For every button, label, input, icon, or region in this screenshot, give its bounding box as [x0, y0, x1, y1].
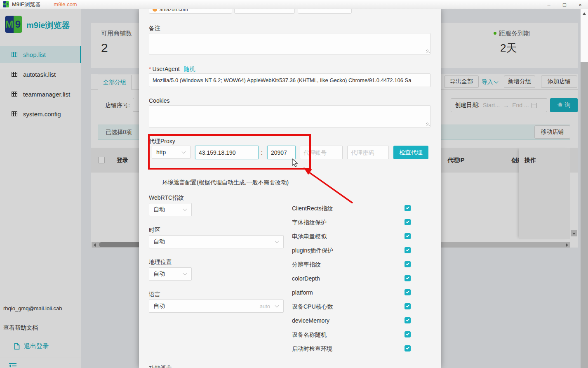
chevron-down-icon	[182, 150, 186, 154]
checkbox-checked[interactable]	[405, 205, 411, 211]
calendar-icon	[532, 103, 537, 108]
option-label: 启动时检查环境	[292, 345, 332, 352]
scroll-up-arrow-icon[interactable]	[583, 12, 586, 15]
checkbox-checked[interactable]	[405, 261, 411, 267]
date-label: 创建日期:	[455, 101, 480, 109]
tab-partial[interactable]	[131, 75, 139, 90]
proxy-account-input[interactable]	[300, 146, 343, 159]
titlebar-site-url[interactable]: m9ie.com	[54, 1, 77, 7]
checkmark-icon	[406, 346, 409, 349]
date-range-picker[interactable]: 创建日期: Start... → End ...	[451, 98, 547, 112]
checkbox-checked[interactable]	[405, 331, 411, 337]
column-header-actions: 操作	[524, 157, 536, 164]
proxy-password-input[interactable]	[347, 146, 389, 159]
export-all-button[interactable]: 导出全部	[444, 75, 479, 88]
checkmark-icon	[406, 262, 409, 265]
checkmark-icon	[406, 234, 409, 237]
geolocation-select[interactable]: 自动	[149, 267, 192, 281]
sidebar-item-shop-list[interactable]: shop.list	[0, 46, 81, 63]
sidebar-item-label: autotask.list	[23, 71, 56, 78]
checkbox-checked[interactable]	[405, 317, 411, 323]
top-input-3[interactable]	[298, 9, 352, 14]
option-row-plugins: plugins插件保护	[292, 247, 416, 255]
checkbox-checked[interactable]	[405, 345, 411, 351]
webrtc-select[interactable]: 自动	[149, 203, 192, 216]
vertical-scrollbar-down-button[interactable]	[571, 230, 577, 236]
check-proxy-button[interactable]: 检查代理	[393, 146, 428, 159]
checkbox-checked[interactable]	[405, 289, 411, 295]
checkbox-checked[interactable]	[405, 233, 411, 239]
divider-line	[149, 183, 158, 183]
proxy-port-input[interactable]	[267, 146, 296, 159]
new-group-button[interactable]: 新增分组	[504, 75, 535, 88]
scroll-down-arrow-icon	[572, 233, 576, 235]
minimize-button[interactable]: –	[541, 0, 557, 9]
resize-handle-icon[interactable]	[426, 50, 430, 53]
shop-no-filter-label: 店铺序号:	[105, 102, 130, 109]
option-row-colordepth: colorDepth	[292, 275, 416, 283]
maximize-button[interactable]: □	[557, 0, 572, 9]
remark-textarea[interactable]	[149, 33, 430, 54]
chevron-down-icon	[494, 80, 499, 84]
checkbox-checked[interactable]	[405, 247, 411, 253]
proxy-type-select[interactable]: http	[152, 146, 191, 159]
option-label: 设备名称随机	[292, 331, 327, 338]
shop-no-input[interactable]	[133, 98, 139, 112]
menu-collapse-icon[interactable]	[8, 362, 17, 368]
top-input-2[interactable]	[234, 9, 295, 14]
useragent-input[interactable]	[149, 73, 430, 87]
modal-scrollbar-thumb[interactable]	[581, 9, 588, 62]
modal-scrollbar[interactable]	[581, 9, 588, 368]
geolocation-value: 自动	[153, 270, 165, 278]
app-window: M9 M9IE浏览器 m9ie.com – □ × M9 m9ie浏览器 sho…	[0, 0, 588, 368]
checkbox-checked[interactable]	[405, 219, 411, 225]
option-row-battery: 电池电量模拟	[292, 233, 416, 241]
import-dropdown[interactable]: 导入	[482, 78, 498, 86]
site-input[interactable]: amazon.com	[149, 9, 232, 14]
close-button[interactable]: ×	[572, 0, 588, 9]
geolocation-label: 地理位置	[149, 259, 172, 266]
sidebar-logo-text: m9ie浏览器	[26, 20, 70, 31]
chevron-down-icon	[183, 271, 187, 276]
add-shop-button[interactable]: 添加店铺	[541, 75, 577, 88]
useragent-random-link[interactable]: 随机	[184, 66, 195, 72]
select-all-checkbox[interactable]	[98, 157, 105, 163]
divider-line	[293, 183, 430, 183]
proxy-type-value: http	[156, 149, 166, 156]
sidebar-item-autotask-list[interactable]: autotask.list	[0, 66, 81, 83]
tab-all-groups[interactable]: 全部分组	[98, 75, 132, 90]
help-doc-link[interactable]: 查看帮助文档	[3, 324, 38, 332]
scroll-right-arrow-icon[interactable]	[566, 243, 568, 247]
resize-handle-icon[interactable]	[426, 123, 430, 126]
timezone-select[interactable]: 自动	[149, 235, 284, 248]
checkmark-icon	[406, 318, 409, 321]
option-row-platform: platform	[292, 289, 416, 297]
language-label: 语言	[149, 291, 160, 298]
logout-button[interactable]: 退出登录	[14, 342, 49, 350]
sidebar-item-label: shop.list	[23, 51, 46, 58]
search-button[interactable]: 查 询	[550, 98, 578, 112]
remark-label: 备注	[149, 25, 160, 32]
proxy-section-label: 代理Proxy	[149, 138, 175, 145]
useragent-label: UserAgent	[152, 66, 179, 72]
scroll-left-arrow-icon[interactable]	[94, 243, 96, 247]
webrtc-label: WebRTC指纹	[149, 194, 184, 202]
sidebar-item-teammanager-list[interactable]: teammanager.list	[0, 85, 81, 103]
move-shop-button[interactable]: 移动店铺	[534, 125, 570, 139]
date-end-placeholder: End ...	[512, 102, 529, 109]
checkbox-checked[interactable]	[405, 303, 411, 309]
option-label: ClientRects指纹	[292, 205, 333, 212]
sidebar-item-system-config[interactable]: system.config	[0, 105, 81, 123]
checkmark-icon	[406, 219, 409, 223]
available-shops-label: 可用商铺数	[101, 30, 132, 38]
option-label: platform	[292, 289, 313, 296]
checkbox-checked[interactable]	[405, 275, 411, 281]
cookies-label: Cookies	[149, 97, 170, 104]
option-label: colorDepth	[292, 275, 320, 282]
cookies-textarea[interactable]	[149, 105, 430, 127]
service-expiry-label: 距服务到期	[499, 30, 530, 37]
proxy-host-input[interactable]	[195, 146, 259, 159]
option-label: 分辨率指纹	[292, 261, 321, 268]
language-select[interactable]: 自动 auto	[149, 300, 284, 313]
useragent-row-label: *UserAgent随机	[149, 66, 195, 73]
